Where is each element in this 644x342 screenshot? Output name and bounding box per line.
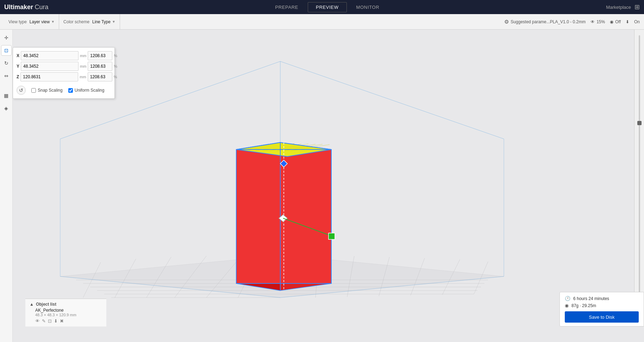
z-pct-input[interactable] (88, 72, 112, 81)
tab-preview[interactable]: PREVIEW (308, 2, 347, 12)
reset-scale-button[interactable]: ↺ (17, 86, 26, 95)
y-mm-unit: mm (80, 64, 86, 68)
toolbar-bar: View type Layer view ▼ Color scheme Line… (0, 14, 644, 30)
uniform-scaling-checkbox[interactable] (68, 88, 73, 93)
download-icon: ⬇ (626, 19, 629, 24)
permodel-tool[interactable]: ◈ (1, 103, 12, 114)
duplicate-icon[interactable]: ⊡ (48, 318, 52, 324)
tab-prepare[interactable]: PREPARE (267, 2, 306, 12)
y-axis-label: Y (17, 64, 19, 69)
settings-item[interactable]: ⚙ Suggested parame...PLA_V1.0 - 0.2mm (504, 19, 586, 25)
z-mm-unit: mm (80, 75, 86, 79)
view-type-section: View type Layer view ▼ (4, 14, 59, 29)
weight-icon: ◉ (565, 303, 569, 308)
ultimaker-text: Ultimaker Cura (4, 4, 49, 11)
save-to-disk-button[interactable]: Save to Disk (565, 311, 639, 323)
toolbar-right-area: ⚙ Suggested parame...PLA_V1.0 - 0.2mm 👁 … (504, 19, 640, 25)
scale-tool[interactable]: ⊡ (1, 45, 12, 56)
x-pct-symbol: % (114, 54, 117, 58)
on-label: On (634, 19, 640, 24)
solid-icon: ◉ (610, 19, 613, 24)
time-value: 6 hours 24 minutes (573, 296, 609, 301)
z-pct-symbol: % (114, 75, 117, 79)
weight-stat-row: ◉ 87g · 29.25m (565, 303, 639, 308)
slider-thumb[interactable] (637, 121, 642, 125)
tab-monitor[interactable]: MONITOR (348, 2, 388, 12)
object-list-panel: ▲ Object list AK_Perfectone 48.3 × 48.3 … (25, 299, 106, 326)
x-axis-label: X (17, 53, 19, 58)
edit-icon[interactable]: ✎ (42, 318, 46, 324)
snap-scaling-label: Snap Scaling (38, 88, 63, 93)
uniform-scaling-label: Uniform Scaling (75, 88, 105, 93)
view-type-dropdown[interactable]: Layer view ▼ (30, 19, 55, 24)
settings-icon: ⚙ (504, 19, 509, 25)
delete-icon[interactable]: ✖ (60, 318, 64, 324)
chevron-down-icon: ▼ (51, 20, 55, 24)
time-stat-row: 🕐 6 hours 24 minutes (565, 296, 639, 301)
scale-x-row: X mm % (17, 51, 111, 60)
scale-y-row: Y mm % (17, 62, 111, 71)
on-item[interactable]: On (634, 19, 640, 24)
time-icon: 🕐 (565, 296, 570, 301)
titlebar: Ultimaker Cura PREPARE PREVIEW MONITOR M… (0, 0, 644, 14)
grid-icon[interactable]: ⊞ (634, 3, 640, 11)
object-dimensions: 48.3 × 48.3 × 120.9 mm (35, 313, 102, 317)
main-area: ✛ ⊡ ↻ ⇔ ▦ ◈ X mm % Y mm % Z mm % (0, 30, 644, 342)
mirror-tool[interactable]: ⇔ (1, 71, 12, 81)
x-mm-input[interactable] (21, 51, 79, 60)
y-mm-input[interactable] (21, 62, 79, 71)
left-toolbar: ✛ ⊡ ↻ ⇔ ▦ ◈ (0, 30, 13, 342)
z-axis-label: Z (17, 74, 19, 79)
color-scheme-section: Color scheme Line Type ▼ (59, 14, 120, 29)
off-label: Off (615, 19, 621, 24)
slider-track (639, 35, 640, 321)
collapse-icon: ▲ (30, 302, 34, 307)
titlebar-right: Marketplace ⊞ (606, 3, 640, 11)
layer-slider[interactable] (634, 30, 644, 326)
chevron-down-icon2: ▼ (112, 20, 115, 24)
color-scheme-dropdown[interactable]: Line Type ▼ (92, 19, 115, 24)
export-icon[interactable]: ⬇ (54, 318, 58, 324)
app-logo: Ultimaker Cura (4, 4, 49, 11)
rotate-tool[interactable]: ↻ (1, 58, 12, 68)
svg-rect-48 (329, 233, 335, 239)
move-tool[interactable]: ✛ (1, 32, 12, 43)
solidview-item[interactable]: ◉ Off (610, 19, 621, 24)
object-action-icons: 👁 ✎ ⊡ ⬇ ✖ (35, 318, 102, 324)
uniform-scaling-checkbox-label[interactable]: Uniform Scaling (68, 88, 105, 93)
stats-panel: 🕐 6 hours 24 minutes ◉ 87g · 29.25m Save… (559, 292, 644, 326)
object-list-header[interactable]: ▲ Object list (30, 302, 102, 307)
nav-tabs: PREPARE PREVIEW MONITOR (267, 2, 387, 12)
color-scheme-value: Line Type (92, 19, 111, 24)
y-pct-input[interactable] (88, 62, 112, 71)
view-type-value: Layer view (30, 19, 50, 24)
snap-scaling-checkbox[interactable] (31, 88, 36, 93)
percent-item[interactable]: 👁 15% (590, 19, 605, 24)
snap-scaling-checkbox-label[interactable]: Snap Scaling (31, 88, 63, 93)
marketplace-button[interactable]: Marketplace (606, 5, 631, 10)
support-tool[interactable]: ▦ (1, 90, 12, 101)
view-icon: 👁 (590, 19, 595, 24)
color-scheme-label: Color scheme (63, 19, 89, 24)
weight-value: 87g · 29.25m (571, 303, 596, 308)
eye-icon[interactable]: 👁 (35, 318, 40, 324)
view-type-label: View type (8, 19, 27, 24)
x-pct-input[interactable] (88, 51, 112, 60)
z-mm-input[interactable] (20, 72, 78, 81)
download-item[interactable]: ⬇ (626, 19, 629, 24)
object-list-title: Object list (36, 302, 56, 307)
x-mm-unit: mm (80, 54, 86, 58)
scale-z-row: Z mm % (17, 72, 111, 81)
percent-value: 15% (596, 19, 605, 24)
settings-label: Suggested parame...PLA_V1.0 - 0.2mm (511, 19, 586, 24)
scale-options: ↺ Snap Scaling Uniform Scaling (17, 84, 111, 95)
scale-panel: X mm % Y mm % Z mm % ↺ Snap Scaling (13, 47, 115, 99)
y-pct-symbol: % (114, 64, 117, 68)
object-name: AK_Perfectone (35, 308, 102, 313)
